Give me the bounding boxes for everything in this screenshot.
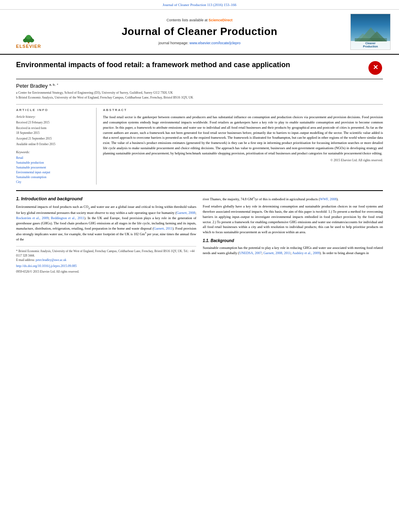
abstract-label: ABSTRACT xyxy=(103,108,383,112)
author-sup-a: a, b, xyxy=(49,83,56,86)
footnote-area: * Bristol Economic Analysis, University … xyxy=(16,246,196,274)
ref-audsley[interactable]: Audsley et al., 2009 xyxy=(292,251,320,255)
journal-header: ELSEVIER Contents lists available at Sci… xyxy=(0,10,399,55)
journal-title: Journal of Cleaner Production xyxy=(121,24,277,39)
ref-garnett2008[interactable]: Garnett, 2008 xyxy=(177,211,195,215)
article-title-section: Environmental impacts of food retail: a … xyxy=(16,60,383,79)
article-info-abstract-section: ARTICLE INFO Article history: Received 2… xyxy=(16,104,383,185)
available-row: Available online 8 October 2015 xyxy=(16,142,92,147)
abstract-column: ABSTRACT The food retail sector is the g… xyxy=(103,108,383,185)
section1-para3: Food retailers globally have a key role … xyxy=(203,204,383,235)
subsection1-1-para: Sustainable consumption has the potentia… xyxy=(203,245,383,256)
svg-rect-8 xyxy=(355,38,387,41)
journal-citation: Journal of Cleaner Production 113 (2016)… xyxy=(162,3,237,7)
crossmark-badge[interactable]: ✕ xyxy=(368,60,383,76)
history-label: Article history: xyxy=(16,115,92,119)
doi-link[interactable]: http://dx.doi.org/10.1016/j.jclepro.2015… xyxy=(16,264,196,269)
section1-heading: 1. Introduction and background xyxy=(16,196,196,202)
section1-para2: river Thames, the majority, 74.8 GM3/yr … xyxy=(203,196,383,202)
journal-top-bar: Journal of Cleaner Production 113 (2016)… xyxy=(0,0,399,10)
journal-cover-image: Cleaner Production xyxy=(350,14,391,50)
footnote-email: E-mail address: peter.bradley@uwe.ac.uk xyxy=(16,258,196,262)
keyword-4[interactable]: Environmental input–output xyxy=(16,170,92,175)
issn-line: 0959-6526/© 2015 Elsevier Ltd. All right… xyxy=(16,269,196,274)
journal-header-center: Contents lists available at ScienceDirec… xyxy=(55,14,344,50)
elsevier-brand-text: ELSEVIER xyxy=(16,43,41,49)
keywords-label: Keywords: xyxy=(16,150,92,154)
ref-wwf[interactable]: WWF, 2008 xyxy=(320,197,336,201)
svg-point-3 xyxy=(29,38,34,42)
journal-homepage-link[interactable]: www.elsevier.com/locate/jclepro xyxy=(189,41,241,45)
ref-unedsa[interactable]: UNEDSA, 2007 xyxy=(239,251,262,255)
sciencedirect-line: Contents lists available at ScienceDirec… xyxy=(167,18,232,23)
author-sup-star: * xyxy=(57,83,58,86)
elsevier-logo-area: ELSEVIER xyxy=(6,14,51,50)
ref-garnett2011[interactable]: Garnett, 2011 xyxy=(154,226,173,230)
author-email-link[interactable]: peter.bradley@uwe.ac.uk xyxy=(36,258,66,262)
svg-point-4 xyxy=(26,35,31,39)
author-affiliations: a Centre for Environmental Strategy, Sch… xyxy=(16,90,383,100)
footnote-star: * Bristol Economic Analysis, University … xyxy=(16,249,196,258)
ref-rockstrom[interactable]: Rockström et al., 2009 xyxy=(16,216,49,220)
main-content: Environmental impacts of food retail: a … xyxy=(0,55,399,280)
received-row: Received 23 February 2015 xyxy=(16,120,92,125)
cover-mountain-icon xyxy=(355,25,387,41)
journal-cover-area: Cleaner Production xyxy=(348,14,393,50)
article-info-column: ARTICLE INFO Article history: Received 2… xyxy=(16,108,97,185)
affil-b-line: b Bristol Economic Analysis, University … xyxy=(16,95,383,100)
section1-para1: Environmental impacts of food products s… xyxy=(16,204,196,242)
article-title: Environmental impacts of food retail: a … xyxy=(16,60,364,70)
revised-row: Received in revised form 18 September 20… xyxy=(16,126,92,136)
keyword-3[interactable]: Sustainable procurement xyxy=(16,165,92,170)
svg-point-2 xyxy=(23,38,27,42)
keywords-section: Keywords: Retail Sustainable production … xyxy=(16,150,92,184)
elsevier-logo: ELSEVIER xyxy=(10,35,47,50)
article-info-label: ARTICLE INFO xyxy=(16,108,92,112)
author-section: Peter Bradley a, b, * a Centre for Envir… xyxy=(16,82,383,101)
keyword-1[interactable]: Retail xyxy=(16,156,92,160)
subsection1-1-heading: 1.1. Background xyxy=(203,238,383,244)
body-right-column: river Thames, the majority, 74.8 GM3/yr … xyxy=(203,196,383,274)
author-name: Peter Bradley a, b, * xyxy=(16,82,383,90)
journal-homepage: journal homepage: www.elsevier.com/locat… xyxy=(158,41,241,46)
ref-beddington[interactable]: Beddington et al., 2011 xyxy=(51,216,84,220)
affil-a-line: a Centre for Environmental Strategy, Sch… xyxy=(16,90,383,95)
sciencedirect-link[interactable]: ScienceDirect xyxy=(209,18,233,22)
abstract-text: The food retail sector is the gatekeeper… xyxy=(103,115,383,156)
keyword-6[interactable]: City xyxy=(16,180,92,185)
cover-text: Cleaner Production xyxy=(351,41,390,49)
keyword-2[interactable]: Sustainable production xyxy=(16,160,92,165)
abstract-copyright: © 2015 Elsevier Ltd. All rights reserved… xyxy=(103,158,383,162)
article-history: Received 23 February 2015 Received in re… xyxy=(16,120,92,147)
accepted-row: Accepted 21 September 2015 xyxy=(16,136,92,141)
keyword-5[interactable]: Sustainable consumption xyxy=(16,175,92,180)
body-content: 1. Introduction and background Environme… xyxy=(16,190,383,274)
crossmark-icon: ✕ xyxy=(368,61,382,75)
ref-garnett-2008-2011[interactable]: Garnett, 2008, 2011 xyxy=(263,251,291,255)
elsevier-tree-icon xyxy=(18,35,39,44)
body-left-column: 1. Introduction and background Environme… xyxy=(16,196,196,274)
